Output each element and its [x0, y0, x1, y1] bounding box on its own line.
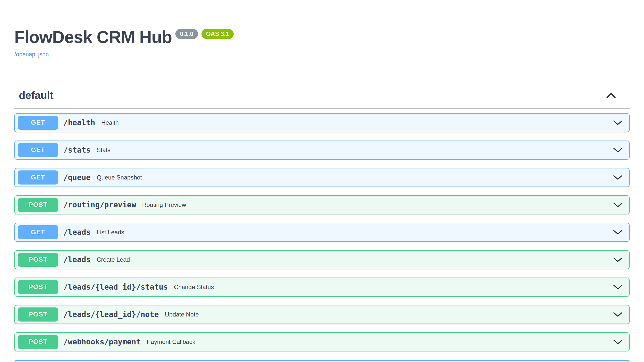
- section-title: default: [19, 90, 54, 101]
- version-badge: 0.1.0: [175, 29, 198, 39]
- endpoint-row[interactable]: POST /leads Create Lead: [14, 250, 630, 269]
- page: FlowDesk CRM Hub 0.1.0 OAS 3.1 /openapi.…: [0, 28, 644, 362]
- endpoint-summary: Stats: [97, 147, 110, 154]
- chevron-down-icon: [613, 339, 623, 345]
- endpoint-summary: Update Note: [165, 311, 199, 318]
- endpoint-row[interactable]: POST /leads/{lead_id}/note Update Note: [14, 305, 630, 324]
- endpoint-summary: Create Lead: [97, 256, 130, 263]
- endpoint-row[interactable]: GET /health Health: [14, 113, 630, 132]
- endpoint-path: /leads/{lead_id}/status: [63, 283, 168, 291]
- chevron-down-icon: [613, 175, 623, 180]
- endpoint-row[interactable]: GET /queue Queue Snapshot: [14, 168, 630, 187]
- endpoint-path: /stats: [63, 146, 91, 154]
- endpoint-list: GET /health Health GET /stats Stats GET …: [14, 113, 630, 351]
- endpoint-row[interactable]: POST /routing/preview Routing Preview: [14, 195, 630, 214]
- expand-chevron-button[interactable]: [613, 230, 623, 235]
- expand-chevron-button[interactable]: [613, 339, 623, 345]
- expand-chevron-button[interactable]: [613, 147, 623, 153]
- endpoint-summary: Payment Callback: [147, 338, 195, 345]
- section-header-default[interactable]: default: [14, 90, 630, 101]
- endpoint-summary: Health: [101, 119, 118, 126]
- endpoint-path: /health: [63, 118, 95, 127]
- endpoint-row[interactable]: POST /webhooks/payment Payment Callback: [14, 332, 630, 351]
- method-badge: GET: [18, 143, 58, 157]
- endpoint-path: /leads: [63, 255, 91, 264]
- chevron-down-icon: [613, 257, 623, 262]
- chevron-down-icon: [613, 284, 623, 290]
- method-badge: GET: [18, 116, 58, 130]
- chevron-down-icon: [613, 147, 623, 153]
- expand-chevron-button[interactable]: [613, 284, 623, 290]
- endpoint-summary: List Leads: [97, 229, 124, 236]
- chevron-up-icon: [606, 93, 616, 99]
- method-badge: POST: [18, 280, 58, 294]
- oas-badge: OAS 3.1: [202, 29, 234, 39]
- expand-chevron-button[interactable]: [613, 312, 623, 317]
- endpoint-path: /routing/preview: [63, 200, 136, 209]
- expand-chevron-button[interactable]: [613, 175, 623, 180]
- expand-chevron-button[interactable]: [613, 120, 623, 125]
- endpoint-row[interactable]: GET /leads List Leads: [14, 223, 630, 242]
- chevron-down-icon: [613, 202, 623, 208]
- endpoint-path: /queue: [63, 173, 91, 182]
- method-badge: POST: [18, 307, 58, 322]
- chevron-down-icon: [613, 312, 623, 317]
- page-title: FlowDesk CRM Hub: [14, 28, 172, 46]
- method-badge: POST: [18, 335, 58, 349]
- expand-chevron-button[interactable]: [613, 257, 623, 262]
- endpoint-row[interactable]: POST /leads/{lead_id}/status Change Stat…: [14, 278, 630, 297]
- method-badge: GET: [18, 225, 58, 239]
- expand-chevron-button[interactable]: [613, 202, 623, 208]
- method-badge: GET: [18, 170, 58, 185]
- endpoint-row-partial[interactable]: [14, 360, 630, 362]
- openapi-spec-link[interactable]: /openapi.json: [14, 51, 49, 58]
- endpoint-row[interactable]: GET /stats Stats: [14, 141, 630, 160]
- endpoint-summary: Queue Snapshot: [97, 174, 142, 181]
- method-badge: POST: [18, 253, 58, 267]
- api-header: FlowDesk CRM Hub 0.1.0 OAS 3.1: [14, 28, 630, 46]
- endpoint-path: /leads: [63, 228, 91, 237]
- endpoint-path: /webhooks/payment: [63, 337, 141, 346]
- endpoint-path: /leads/{lead_id}/note: [63, 310, 159, 319]
- chevron-down-icon: [613, 230, 623, 235]
- method-badge: POST: [18, 198, 58, 212]
- endpoint-summary: Routing Preview: [142, 201, 186, 208]
- chevron-down-icon: [613, 120, 623, 125]
- endpoint-summary: Change Status: [174, 284, 214, 291]
- section-divider: [14, 108, 630, 109]
- section-collapse-button[interactable]: [606, 93, 616, 99]
